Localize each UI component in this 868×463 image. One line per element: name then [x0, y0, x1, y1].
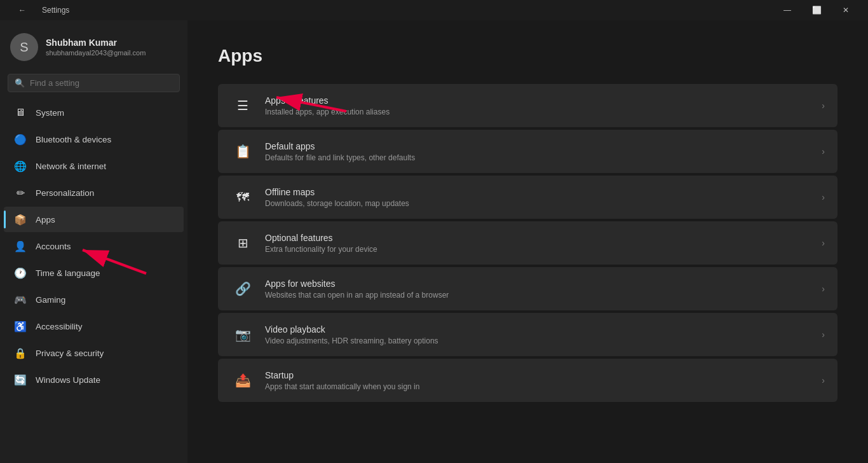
settings-item-apps-features[interactable]: ☰ Apps & features Installed apps, app ex…	[218, 84, 837, 127]
gaming-label: Gaming	[36, 295, 65, 305]
bluetooth-icon: 🔵	[14, 133, 27, 146]
maximize-button[interactable]: ⬜	[802, 0, 831, 20]
default-apps-chevron: ›	[822, 146, 825, 156]
offline-maps-title: Offline maps	[265, 187, 814, 197]
privacy-label: Privacy & security	[36, 349, 104, 358]
network-icon: 🌐	[14, 160, 27, 172]
accessibility-label: Accessibility	[36, 322, 83, 331]
sidebar-item-accessibility[interactable]: ♿ Accessibility	[4, 314, 184, 339]
apps-websites-chevron: ›	[822, 284, 825, 294]
default-apps-icon: 📋	[231, 139, 255, 163]
apps-icon: 📦	[14, 213, 27, 226]
bluetooth-label: Bluetooth & devices	[36, 135, 111, 144]
offline-maps-icon: 🗺	[231, 185, 255, 209]
sidebar-item-windows-update[interactable]: 🔄 Windows Update	[4, 367, 184, 392]
sidebar-item-system[interactable]: 🖥 System	[4, 100, 184, 125]
video-playback-title: Video playback	[265, 324, 814, 335]
apps-features-text: Apps & features Installed apps, app exec…	[265, 95, 814, 116]
apps-features-desc: Installed apps, app execution aliases	[265, 107, 814, 116]
time-icon: 🕐	[14, 266, 27, 279]
offline-maps-chevron: ›	[822, 192, 825, 202]
accounts-icon: 👤	[14, 240, 27, 252]
minimize-button[interactable]: —	[773, 0, 802, 20]
personalization-label: Personalization	[36, 188, 94, 198]
user-profile[interactable]: S Shubham Kumar shubhamdayal2043@gmail.c…	[0, 23, 187, 74]
search-input[interactable]	[30, 78, 173, 88]
sidebar-item-privacy[interactable]: 🔒 Privacy & security	[4, 340, 184, 366]
titlebar-title: Settings	[42, 6, 69, 15]
video-playback-desc: Video adjustments, HDR streaming, batter…	[265, 336, 814, 345]
optional-features-desc: Extra functionality for your device	[265, 245, 814, 254]
user-email: shubhamdayal2043@gmail.com	[46, 49, 146, 57]
settings-item-apps-websites[interactable]: 🔗 Apps for websites Websites that can op…	[218, 267, 837, 310]
nav-list: 🖥 System 🔵 Bluetooth & devices 🌐 Network…	[0, 100, 187, 394]
optional-features-icon: ⊞	[231, 231, 255, 255]
default-apps-text: Default apps Defaults for file and link …	[265, 141, 814, 162]
sidebar-item-gaming[interactable]: 🎮 Gaming	[4, 287, 184, 312]
sidebar-item-personalization[interactable]: ✏ Personalization	[4, 180, 184, 205]
accessibility-icon: ♿	[14, 320, 27, 333]
sidebar-item-network[interactable]: 🌐 Network & internet	[4, 153, 184, 179]
startup-desc: Apps that start automatically when you s…	[265, 382, 814, 391]
windows-update-icon: 🔄	[14, 373, 27, 386]
optional-features-chevron: ›	[822, 238, 825, 248]
user-name: Shubham Kumar	[46, 38, 146, 48]
sidebar-item-apps[interactable]: 📦 Apps	[4, 207, 184, 232]
optional-features-title: Optional features	[265, 233, 814, 243]
settings-item-video-playback[interactable]: 📷 Video playback Video adjustments, HDR …	[218, 313, 837, 356]
offline-maps-desc: Downloads, storage location, map updates	[265, 199, 814, 208]
sidebar-item-time[interactable]: 🕐 Time & language	[4, 260, 184, 286]
default-apps-desc: Defaults for file and link types, other …	[265, 153, 814, 162]
sidebar: S Shubham Kumar shubhamdayal2043@gmail.c…	[0, 20, 187, 463]
settings-item-offline-maps[interactable]: 🗺 Offline maps Downloads, storage locati…	[218, 176, 837, 219]
gaming-icon: 🎮	[14, 293, 27, 306]
time-label: Time & language	[36, 268, 100, 278]
avatar: S	[10, 33, 38, 61]
settings-item-optional-features[interactable]: ⊞ Optional features Extra functionality …	[218, 221, 837, 265]
settings-item-default-apps[interactable]: 📋 Default apps Defaults for file and lin…	[218, 130, 837, 173]
apps-features-chevron: ›	[822, 100, 825, 111]
system-icon: 🖥	[14, 106, 27, 119]
user-info: Shubham Kumar shubhamdayal2043@gmail.com	[46, 38, 146, 57]
video-playback-chevron: ›	[822, 329, 825, 340]
sidebar-item-bluetooth[interactable]: 🔵 Bluetooth & devices	[4, 127, 184, 152]
startup-title: Startup	[265, 370, 814, 380]
optional-features-text: Optional features Extra functionality fo…	[265, 233, 814, 254]
search-icon: 🔍	[15, 78, 25, 88]
search-bar[interactable]: 🔍	[8, 74, 180, 92]
back-button[interactable]: ←	[8, 0, 37, 20]
settings-list: ☰ Apps & features Installed apps, app ex…	[218, 84, 837, 402]
apps-label: Apps	[36, 215, 55, 225]
main-container: S Shubham Kumar shubhamdayal2043@gmail.c…	[0, 20, 868, 463]
startup-chevron: ›	[822, 375, 825, 385]
startup-text: Startup Apps that start automatically wh…	[265, 370, 814, 391]
page-title: Apps	[218, 46, 837, 66]
offline-maps-text: Offline maps Downloads, storage location…	[265, 187, 814, 208]
content-area: Apps ☰ Apps & features Installed apps, a…	[187, 20, 868, 463]
video-playback-icon: 📷	[231, 322, 255, 347]
close-button[interactable]: ✕	[831, 0, 860, 20]
sidebar-item-accounts[interactable]: 👤 Accounts	[4, 233, 184, 259]
network-label: Network & internet	[36, 162, 106, 171]
titlebar-controls: — ⬜ ✕	[773, 0, 860, 20]
titlebar: ← Settings — ⬜ ✕	[0, 0, 868, 20]
apps-features-icon: ☰	[231, 93, 255, 118]
accounts-label: Accounts	[36, 242, 71, 251]
windows-update-label: Windows Update	[36, 375, 100, 385]
apps-websites-title: Apps for websites	[265, 279, 814, 289]
apps-websites-icon: 🔗	[231, 277, 255, 301]
video-playback-text: Video playback Video adjustments, HDR st…	[265, 324, 814, 345]
system-label: System	[36, 108, 64, 118]
settings-item-startup[interactable]: 📤 Startup Apps that start automatically …	[218, 359, 837, 402]
default-apps-title: Default apps	[265, 141, 814, 151]
titlebar-left: ← Settings	[0, 0, 69, 20]
personalization-icon: ✏	[14, 186, 27, 199]
apps-features-title: Apps & features	[265, 95, 814, 106]
privacy-icon: 🔒	[14, 347, 27, 359]
apps-websites-text: Apps for websites Websites that can open…	[265, 279, 814, 300]
startup-icon: 📤	[231, 368, 255, 392]
apps-websites-desc: Websites that can open in an app instead…	[265, 291, 814, 300]
